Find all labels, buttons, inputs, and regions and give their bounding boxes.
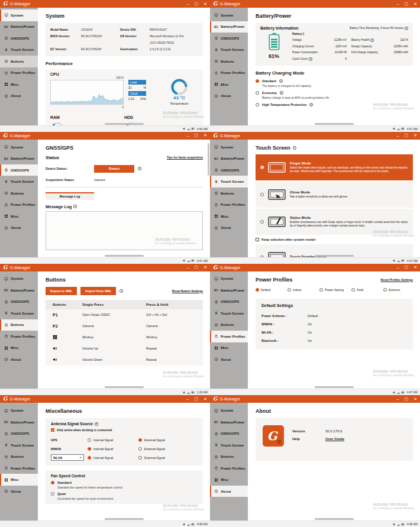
sidebar-item[interactable]: Battery/Power bbox=[0, 21, 38, 33]
radio-high-temp[interactable] bbox=[256, 103, 259, 106]
horizontal-scrollbar[interactable] bbox=[105, 518, 144, 520]
sidebar-item[interactable]: Battery/Power bbox=[210, 284, 248, 296]
sidebar-item[interactable]: Touch Screen bbox=[210, 176, 248, 187]
export-to-xml-button[interactable]: Export to XML bbox=[46, 287, 77, 295]
sidebar-item[interactable]: Buttons bbox=[210, 319, 248, 331]
system-tray-icons[interactable] bbox=[182, 390, 195, 395]
radio-wwan-internal[interactable] bbox=[88, 447, 91, 451]
profile-option[interactable]: Extreme bbox=[383, 288, 413, 292]
horizontal-scrollbar[interactable] bbox=[105, 123, 144, 125]
info-icon[interactable] bbox=[280, 91, 283, 95]
radio-standard[interactable] bbox=[256, 79, 259, 83]
sidebar-item[interactable]: Misc bbox=[0, 474, 38, 486]
profile-option[interactable]: Power Saving bbox=[319, 288, 349, 292]
wlan-internal-option[interactable]: Internal Signal bbox=[88, 456, 138, 460]
message-log-box[interactable]: Activate WindowsGo to Settings to activa… bbox=[46, 211, 203, 250]
maximize-button[interactable]: ▢ bbox=[195, 2, 199, 7]
charging-mode-high-temp[interactable]: High Temperature Protection bbox=[256, 103, 413, 106]
sidebar-item[interactable]: Buttons bbox=[0, 187, 38, 199]
close-button[interactable]: ✕ bbox=[203, 133, 207, 138]
sidebar-item[interactable]: Battery/Power bbox=[210, 416, 248, 428]
gps-external-option[interactable]: External Signal bbox=[138, 438, 189, 442]
sidebar-item[interactable]: GNSS/GPS bbox=[210, 164, 248, 176]
sidebar-item[interactable]: GNSS/GPS bbox=[210, 296, 248, 308]
close-button[interactable]: ✕ bbox=[413, 2, 417, 7]
wwan-external-option[interactable]: External Signal bbox=[138, 447, 189, 451]
sidebar-item[interactable]: System bbox=[210, 9, 248, 21]
radio-economy[interactable] bbox=[256, 91, 259, 95]
radio-wwan-external[interactable] bbox=[138, 447, 142, 451]
stylus-mode-option[interactable]: Stylus Mode Enables simultaneous use wit… bbox=[256, 209, 413, 235]
sidebar-item[interactable]: Buttons bbox=[0, 56, 38, 67]
wwan-internal-option[interactable]: Internal Signal bbox=[88, 447, 138, 451]
sidebar-item[interactable]: System bbox=[0, 141, 38, 153]
info-icon[interactable] bbox=[293, 146, 296, 150]
profile-option[interactable]: Indoor bbox=[287, 288, 317, 292]
radio-gps-external[interactable] bbox=[138, 438, 142, 442]
sidebar-item[interactable]: Power Profiles bbox=[210, 199, 248, 211]
sidebar-item[interactable]: Misc bbox=[210, 79, 248, 90]
wlan-dropdown[interactable]: WLAN▼ bbox=[51, 454, 84, 461]
radio-finger-mode[interactable] bbox=[260, 166, 264, 169]
horizontal-scrollbar[interactable] bbox=[315, 255, 354, 257]
info-icon[interactable] bbox=[279, 79, 283, 83]
radio-glove-mode[interactable] bbox=[260, 193, 264, 196]
close-button[interactable]: ✕ bbox=[203, 265, 207, 270]
sidebar-item[interactable]: Power Profiles bbox=[0, 331, 38, 342]
system-tray-icons[interactable] bbox=[182, 127, 195, 131]
sidebar-item[interactable]: Buttons bbox=[0, 451, 38, 463]
close-button[interactable]: ✕ bbox=[413, 133, 417, 138]
system-tray-icons[interactable] bbox=[182, 522, 195, 526]
sidebar-item[interactable]: Touch Screen bbox=[0, 44, 38, 56]
sidebar-item[interactable]: System bbox=[210, 273, 248, 285]
sidebar-item[interactable]: Battery/Power bbox=[0, 284, 38, 296]
sidebar-item[interactable]: About bbox=[0, 486, 38, 497]
close-button[interactable]: ✕ bbox=[413, 265, 417, 270]
taskbar-clock[interactable]: 1:18 AM bbox=[197, 390, 208, 394]
horizontal-scrollbar[interactable] bbox=[315, 123, 354, 125]
radio-fan-quiet[interactable] bbox=[51, 492, 54, 496]
close-button[interactable]: ✕ bbox=[203, 397, 207, 402]
maximize-button[interactable]: ▢ bbox=[405, 133, 409, 138]
taskbar-clock[interactable]: 4:48 AM bbox=[407, 522, 418, 526]
sidebar-item[interactable]: About bbox=[0, 90, 38, 102]
sidebar-item[interactable]: GNSS/GPS bbox=[0, 164, 38, 176]
taskbar-clock[interactable]: 4:47 AM bbox=[407, 390, 418, 394]
minimize-button[interactable]: – bbox=[187, 266, 189, 270]
fan-quiet-option[interactable]: Quiet Controlled fan speed for quiet env… bbox=[51, 492, 198, 500]
maximize-button[interactable]: ▢ bbox=[195, 397, 199, 402]
radio-wlan-external[interactable] bbox=[138, 456, 142, 460]
close-button[interactable]: ✕ bbox=[203, 2, 207, 7]
tab-message-log[interactable]: Message Log bbox=[46, 192, 94, 200]
maximize-button[interactable]: ▢ bbox=[195, 265, 199, 270]
sidebar-item[interactable]: Battery/Power bbox=[210, 21, 248, 33]
sidebar-item[interactable]: Battery/Power bbox=[210, 153, 248, 164]
sidebar-item[interactable]: About bbox=[0, 222, 38, 234]
sidebar-item[interactable]: Touch Screen bbox=[0, 176, 38, 187]
reset-button-settings-link[interactable]: Reset Button Settings bbox=[172, 289, 203, 293]
sidebar-item[interactable]: Power Profiles bbox=[0, 463, 38, 474]
minimize-button[interactable]: – bbox=[187, 397, 189, 401]
sidebar-item[interactable]: About bbox=[0, 354, 38, 366]
radio-wlan-internal[interactable] bbox=[88, 456, 91, 460]
detect-button[interactable]: Detect bbox=[94, 165, 134, 173]
import-from-xml-button[interactable]: Import from XML bbox=[80, 287, 116, 295]
maximize-button[interactable]: ▢ bbox=[405, 2, 409, 7]
maximize-button[interactable]: ▢ bbox=[405, 397, 409, 402]
info-icon[interactable] bbox=[309, 57, 312, 61]
radio-gps-internal[interactable] bbox=[88, 438, 91, 442]
sidebar-item[interactable]: Power Profiles bbox=[210, 331, 248, 342]
sidebar-item[interactable]: About bbox=[210, 354, 248, 366]
taskbar-clock[interactable]: 4:48 AM bbox=[197, 522, 208, 526]
sidebar-item[interactable]: Misc bbox=[210, 342, 248, 354]
vertical-scrollbar[interactable] bbox=[208, 143, 209, 176]
sidebar-item[interactable]: Power Profiles bbox=[210, 463, 248, 474]
charging-mode-standard[interactable]: Standard The battery is charged to full … bbox=[256, 79, 413, 88]
sidebar-item[interactable]: Touch Screen bbox=[0, 439, 38, 451]
sidebar-item[interactable]: Buttons bbox=[210, 451, 248, 463]
sidebar-item[interactable]: About bbox=[210, 90, 248, 102]
profile-radio[interactable] bbox=[351, 288, 355, 292]
sidebar-item[interactable]: Buttons bbox=[0, 319, 38, 331]
sidebar-item[interactable]: System bbox=[0, 405, 38, 416]
glove-mode-option[interactable]: Glove Mode Has a higher sensitivity to a… bbox=[256, 182, 413, 208]
